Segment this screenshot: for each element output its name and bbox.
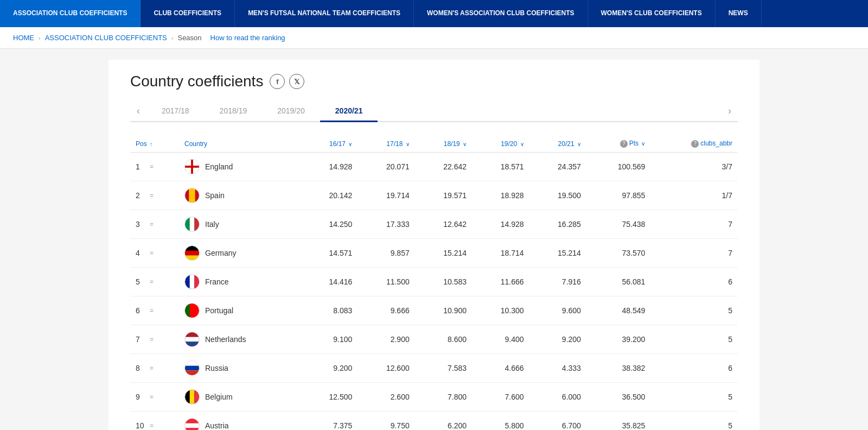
col-1920: 18.928 <box>472 181 529 210</box>
country-name: Italy <box>205 220 219 229</box>
col-pts: 56.081 <box>586 268 650 296</box>
country-name: Germany <box>205 249 237 257</box>
nav-item-women-s-club-coefficients[interactable]: WOMEN'S CLUB COEFFICIENTS <box>588 0 716 27</box>
col-2021: 6.000 <box>529 383 586 412</box>
season-prev-button[interactable]: ‹ <box>130 101 146 121</box>
col-header-1819[interactable]: 18/19 ∨ <box>415 135 472 153</box>
breadcrumb-sep-1: › <box>39 35 41 41</box>
season-tab-2017-18[interactable]: 2017/18 <box>146 101 205 122</box>
col-1617: 12.500 <box>301 383 358 412</box>
top-navigation: ASSOCIATION CLUB COEFFICIENTSCLUB COEFFI… <box>0 0 868 27</box>
col-clubs: 6 <box>650 354 738 383</box>
position-number: 1 <box>136 162 146 171</box>
season-tab-2020-21[interactable]: 2020/21 <box>320 101 378 122</box>
col-1718: 9.750 <box>358 412 414 431</box>
country-name: Belgium <box>205 393 233 401</box>
col-1819: 6.200 <box>415 412 472 431</box>
table-row: 3 = Italy 14.250 17.333 12.642 14.928 16… <box>130 210 738 239</box>
col-pts: 38.382 <box>586 354 650 383</box>
country-cell[interactable]: Italy <box>179 210 301 239</box>
breadcrumb-home[interactable]: HOME <box>13 34 34 42</box>
country-cell[interactable]: Netherlands <box>179 325 301 354</box>
svg-rect-17 <box>185 337 199 342</box>
col-header-1920[interactable]: 19/20 ∨ <box>472 135 529 153</box>
breadcrumb-season: Season <box>177 34 201 42</box>
country-name: Spain <box>205 191 225 200</box>
col-2021: 7.916 <box>529 268 586 296</box>
flag-icon <box>184 159 200 174</box>
country-cell[interactable]: France <box>179 268 301 296</box>
nav-item-club-coefficients[interactable]: CLUB COEFFICIENTS <box>141 0 235 27</box>
country-cell[interactable]: Portugal <box>179 296 301 325</box>
main-content: Country coefficients f 𝕏 ‹ 2017/18 2018/… <box>108 60 760 430</box>
col-header-1617[interactable]: 16/17 ∨ <box>301 135 358 153</box>
country-cell[interactable]: Spain <box>179 181 301 210</box>
col-pts: 100.569 <box>586 153 650 181</box>
country-cell[interactable]: Germany <box>179 239 301 268</box>
flag-icon <box>184 361 200 376</box>
col-1920: 5.800 <box>472 412 529 431</box>
position-number: 4 <box>136 249 146 257</box>
country-cell[interactable]: England <box>179 153 301 181</box>
position-eq: = <box>150 192 154 199</box>
country-name: Russia <box>205 364 228 372</box>
col-1819: 7.800 <box>415 383 472 412</box>
position-number: 7 <box>136 335 146 344</box>
svg-rect-10 <box>185 255 199 260</box>
flag-icon <box>184 274 200 289</box>
season-tab-2019-20[interactable]: 2019/20 <box>262 101 320 122</box>
nav-item-news[interactable]: NEWS <box>716 0 762 27</box>
col-1718: 12.600 <box>358 354 414 383</box>
table-row: 2 = Spain 20.142 19.714 19.571 18.928 19… <box>130 181 738 210</box>
position-eq: = <box>150 278 154 286</box>
position-number: 8 <box>136 364 146 372</box>
col-1617: 8.083 <box>301 296 358 325</box>
col-1819: 19.571 <box>415 181 472 210</box>
col-1617: 14.416 <box>301 268 358 296</box>
svg-rect-26 <box>185 423 199 428</box>
col-clubs: 1/7 <box>650 181 738 210</box>
svg-rect-12 <box>190 275 195 289</box>
col-clubs: 5 <box>650 383 738 412</box>
season-tab-2018-19[interactable]: 2018/19 <box>205 101 263 122</box>
table-row: 9 = Belgium 12.500 2.600 7.800 7.600 6.0… <box>130 383 738 412</box>
breadcrumb-sep-2: › <box>171 35 174 41</box>
col-header-pts[interactable]: ?Pts ∨ <box>586 135 650 153</box>
page-title-row: Country coefficients f 𝕏 <box>130 73 738 90</box>
col-header-2021[interactable]: 20/21 ∨ <box>529 135 586 153</box>
country-cell[interactable]: Russia <box>179 354 301 383</box>
facebook-icon[interactable]: f <box>270 74 285 89</box>
flag-icon <box>184 188 200 203</box>
country-cell[interactable]: Belgium <box>179 383 301 412</box>
col-pts: 48.549 <box>586 296 650 325</box>
breadcrumb: HOME › ASSOCIATION CLUB COEFFICIENTS › S… <box>0 27 868 49</box>
table-row: 1 = England 14.928 20.071 22.642 18.571 … <box>130 153 738 181</box>
svg-rect-18 <box>185 342 199 346</box>
season-tabs: ‹ 2017/18 2018/19 2019/20 2020/21 › <box>130 101 738 122</box>
position-eq: = <box>150 163 154 170</box>
flag-icon <box>184 418 200 430</box>
country-cell[interactable]: Austria <box>179 412 301 431</box>
season-next-button[interactable]: › <box>722 101 738 121</box>
col-1819: 10.900 <box>415 296 472 325</box>
position-number: 9 <box>136 393 146 401</box>
col-1819: 7.583 <box>415 354 472 383</box>
col-1920: 18.714 <box>472 239 529 268</box>
twitter-icon[interactable]: 𝕏 <box>289 74 304 89</box>
position-number: 2 <box>136 191 146 200</box>
breadcrumb-guide[interactable]: How to read the ranking <box>210 34 285 42</box>
flag-icon <box>184 245 200 261</box>
position-eq: = <box>150 422 154 429</box>
svg-rect-4 <box>189 188 195 203</box>
col-header-1718[interactable]: 17/18 ∨ <box>358 135 414 153</box>
nav-item-men-s-futsal-national-team-coefficients[interactable]: MEN'S FUTSAL NATIONAL TEAM COEFFICIENTS <box>235 0 414 27</box>
nav-item-women-s-association-club-coefficients[interactable]: WOMEN'S ASSOCIATION CLUB COEFFICIENTS <box>414 0 588 27</box>
col-1819: 8.600 <box>415 325 472 354</box>
pos-cell: 4 = <box>130 239 179 268</box>
social-icons: f 𝕏 <box>270 74 304 89</box>
col-header-pos[interactable]: Pos ↑ <box>130 135 179 153</box>
svg-rect-9 <box>185 251 199 256</box>
nav-item-association-club-coefficients[interactable]: ASSOCIATION CLUB COEFFICIENTS <box>0 0 141 27</box>
breadcrumb-section[interactable]: ASSOCIATION CLUB COEFFICIENTS <box>45 34 167 42</box>
pos-cell: 6 = <box>130 296 179 325</box>
